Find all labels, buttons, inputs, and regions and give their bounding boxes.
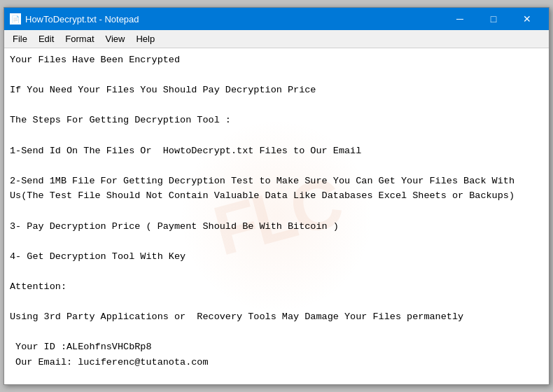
menu-view[interactable]: View [100, 31, 131, 46]
text-area-container[interactable]: FLC Your Files Have Been Encrypted If Yo… [4, 48, 549, 384]
app-icon: 📄 [10, 13, 21, 24]
window-title: HowToDecrypt.txt - Notepad [25, 14, 139, 24]
minimize-button[interactable]: ─ [444, 10, 476, 27]
menu-bar: File Edit Format View Help [4, 30, 549, 48]
menu-help[interactable]: Help [130, 31, 160, 46]
menu-edit[interactable]: Edit [33, 31, 59, 46]
menu-format[interactable]: Format [59, 31, 99, 46]
notepad-window: 📄 HowToDecrypt.txt - Notepad ─ □ ✕ File … [4, 7, 550, 385]
maximize-button[interactable]: □ [477, 10, 510, 27]
text-content[interactable]: Your Files Have Been Encrypted If You Ne… [10, 52, 543, 384]
window-controls: ─ □ ✕ [444, 10, 543, 27]
title-bar-left: 📄 HowToDecrypt.txt - Notepad [10, 13, 139, 24]
close-button[interactable]: ✕ [511, 10, 543, 27]
menu-file[interactable]: File [7, 31, 33, 46]
title-bar: 📄 HowToDecrypt.txt - Notepad ─ □ ✕ [4, 8, 549, 30]
